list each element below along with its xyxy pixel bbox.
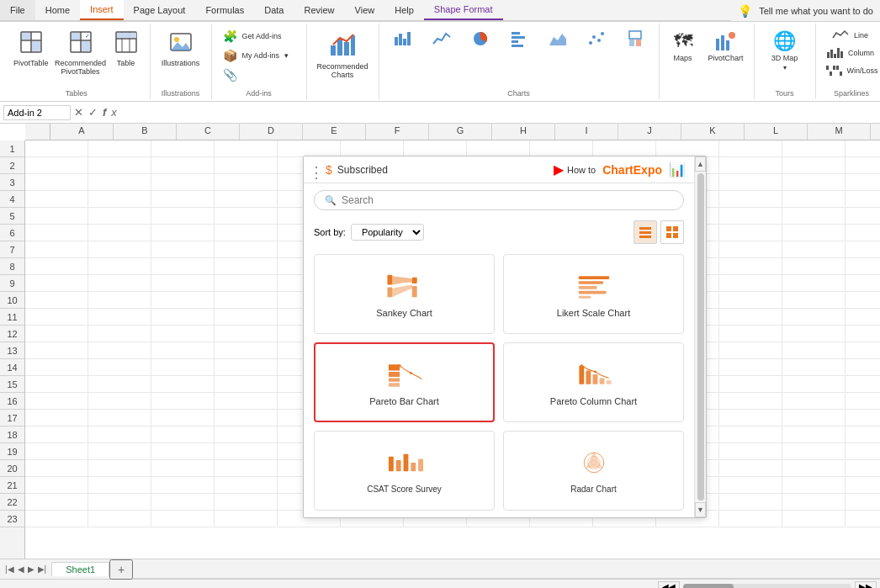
- col-K[interactable]: K: [681, 124, 745, 140]
- row-16[interactable]: 16: [0, 393, 24, 410]
- grid-cell[interactable]: [782, 140, 846, 157]
- grid-cell[interactable]: [782, 494, 846, 511]
- grid-cell[interactable]: [782, 359, 846, 376]
- tab-insert[interactable]: Insert: [80, 0, 124, 20]
- grid-cell[interactable]: [88, 359, 151, 376]
- grid-cell[interactable]: [151, 376, 215, 393]
- grid-cell[interactable]: [88, 460, 151, 477]
- grid-cell[interactable]: [151, 140, 215, 157]
- grid-cell[interactable]: [25, 342, 88, 359]
- grid-cell[interactable]: [88, 174, 151, 191]
- grid-cell[interactable]: [215, 477, 278, 494]
- tell-me-text[interactable]: Tell me what you want to do: [759, 6, 873, 16]
- row-10[interactable]: 10: [0, 292, 24, 309]
- scroll-far-right[interactable]: ▶▶: [855, 581, 877, 588]
- row-2[interactable]: 2: [0, 157, 24, 174]
- table-button[interactable]: Table: [108, 27, 145, 71]
- insert-line-button[interactable]: [423, 27, 460, 50]
- confirm-formula-icon[interactable]: ✓: [88, 106, 98, 119]
- col-F[interactable]: F: [366, 124, 429, 140]
- grid-cell[interactable]: [782, 292, 846, 309]
- grid-cell[interactable]: [215, 174, 278, 191]
- tab-file[interactable]: File: [0, 0, 35, 20]
- grid-cell[interactable]: [88, 511, 151, 527]
- grid-cell[interactable]: [151, 275, 215, 292]
- pivot-table-button[interactable]: PivotTable: [8, 27, 54, 71]
- grid-cell[interactable]: [215, 208, 278, 225]
- row-1[interactable]: 1: [0, 140, 24, 157]
- grid-cell[interactable]: [151, 477, 215, 494]
- row-6[interactable]: 6: [0, 225, 24, 241]
- grid-cell[interactable]: [215, 309, 278, 326]
- grid-cell[interactable]: [88, 494, 151, 511]
- row-9[interactable]: 9: [0, 275, 24, 292]
- grid-cell[interactable]: [719, 326, 782, 342]
- panel-scroll-down[interactable]: ▼: [695, 502, 706, 517]
- charts-more-button[interactable]: [617, 27, 654, 50]
- grid-cell[interactable]: [719, 208, 782, 225]
- grid-cell[interactable]: [215, 511, 278, 527]
- grid-cell[interactable]: [25, 191, 88, 208]
- scroll-far-left[interactable]: ◀◀: [658, 581, 680, 588]
- grid-cell[interactable]: [88, 477, 151, 494]
- grid-cell[interactable]: [846, 443, 880, 460]
- sankey-chart-card[interactable]: Sankey Chart: [314, 254, 495, 334]
- grid-cell[interactable]: [25, 326, 88, 342]
- grid-cell[interactable]: [215, 342, 278, 359]
- grid-cell[interactable]: [88, 326, 151, 342]
- list-view-button[interactable]: [633, 220, 657, 244]
- grid-cell[interactable]: [846, 393, 880, 410]
- insert-function-icon[interactable]: f: [103, 106, 106, 119]
- grid-cell[interactable]: [151, 326, 215, 342]
- grid-cell[interactable]: [782, 157, 846, 174]
- sheet-nav-first[interactable]: |◀: [3, 564, 16, 574]
- col-B[interactable]: B: [114, 124, 177, 140]
- grid-cell[interactable]: [846, 460, 880, 477]
- grid-cell[interactable]: [25, 241, 88, 258]
- grid-cell[interactable]: [719, 309, 782, 326]
- panel-scroll-thumb[interactable]: [697, 173, 704, 501]
- get-addins-button[interactable]: 🧩 Get Add-ins: [217, 27, 301, 45]
- grid-cell[interactable]: [88, 376, 151, 393]
- grid-cell[interactable]: [215, 359, 278, 376]
- grid-cell[interactable]: [25, 426, 88, 443]
- grid-cell[interactable]: [846, 309, 880, 326]
- col-L[interactable]: L: [745, 124, 808, 140]
- grid-cell[interactable]: [782, 342, 846, 359]
- grid-cell[interactable]: [88, 342, 151, 359]
- tab-view[interactable]: View: [345, 0, 385, 20]
- addin-extra-button[interactable]: 📎: [217, 66, 301, 84]
- grid-cell[interactable]: [846, 326, 880, 342]
- cancel-formula-icon[interactable]: ✕: [74, 106, 83, 119]
- row-15[interactable]: 15: [0, 376, 24, 393]
- grid-cell[interactable]: [719, 511, 782, 527]
- panel-dots-menu[interactable]: ⋮: [309, 163, 324, 182]
- grid-cell[interactable]: [782, 477, 846, 494]
- grid-cell[interactable]: [782, 460, 846, 477]
- grid-cell[interactable]: [846, 410, 880, 426]
- grid-cell[interactable]: [88, 225, 151, 241]
- grid-cell[interactable]: [25, 157, 88, 174]
- grid-cell[interactable]: [846, 208, 880, 225]
- how-to-button[interactable]: ▶ How to: [554, 162, 596, 177]
- formula-input[interactable]: [122, 105, 877, 120]
- grid-cell[interactable]: [215, 460, 278, 477]
- pareto-col-chart-card[interactable]: Pareto Column Chart: [503, 342, 684, 422]
- grid-cell[interactable]: [846, 511, 880, 527]
- row-11[interactable]: 11: [0, 309, 24, 326]
- grid-cell[interactable]: [88, 292, 151, 309]
- grid-cell[interactable]: [846, 494, 880, 511]
- 3d-map-button[interactable]: 🌐 3D Map ▾: [760, 27, 810, 75]
- grid-cell[interactable]: [215, 292, 278, 309]
- grid-cell[interactable]: [25, 393, 88, 410]
- grid-cell[interactable]: [25, 443, 88, 460]
- grid-cell[interactable]: [782, 443, 846, 460]
- grid-cell[interactable]: [782, 393, 846, 410]
- grid-cell[interactable]: [151, 241, 215, 258]
- row-22[interactable]: 22: [0, 494, 24, 511]
- col-A[interactable]: A: [50, 124, 114, 140]
- grid-cell[interactable]: [25, 359, 88, 376]
- grid-cell[interactable]: [88, 393, 151, 410]
- name-box[interactable]: Add-in 2: [3, 105, 71, 120]
- grid-cell[interactable]: [846, 376, 880, 393]
